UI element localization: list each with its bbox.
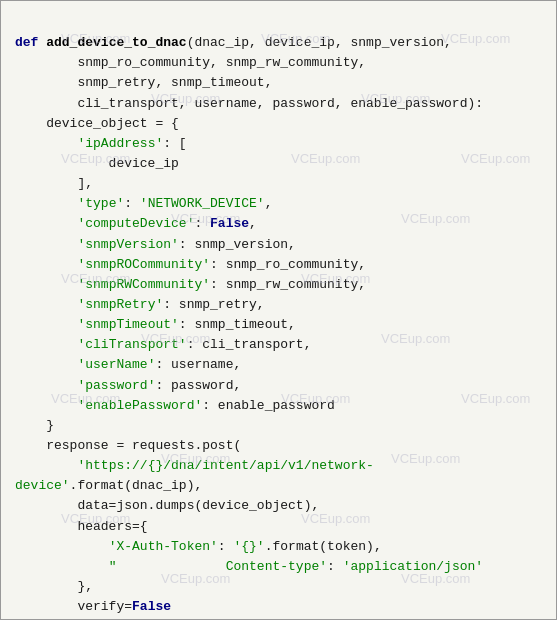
code-block: def add_device_to_dnac(dnac_ip, device_i…: [15, 13, 542, 620]
code-container: VCEup.comVCEup.comVCEup.comVCEup.comVCEu…: [0, 0, 557, 620]
